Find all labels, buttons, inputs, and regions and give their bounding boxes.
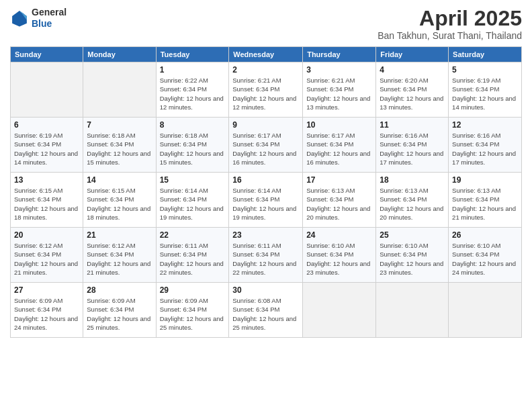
- day-number: 22: [160, 230, 226, 240]
- day-info: Sunrise: 6:11 AMSunset: 6:34 PMDaylight:…: [232, 241, 299, 277]
- day-number: 10: [306, 120, 372, 130]
- day-number: 21: [87, 230, 152, 240]
- calendar-table: Sunday Monday Tuesday Wednesday Thursday…: [10, 46, 522, 338]
- calendar-cell: 6Sunrise: 6:19 AMSunset: 6:34 PMDaylight…: [11, 118, 83, 173]
- day-info: Sunrise: 6:20 AMSunset: 6:34 PMDaylight:…: [380, 76, 445, 111]
- day-info: Sunrise: 6:12 AMSunset: 6:34 PMDaylight:…: [14, 241, 79, 277]
- page: General Blue April 2025 Ban Takhun, Sura…: [0, 0, 532, 411]
- day-number: 1: [160, 65, 226, 75]
- col-tuesday: Tuesday: [156, 47, 229, 62]
- day-number: 9: [232, 120, 299, 130]
- day-number: 3: [306, 65, 372, 75]
- day-info: Sunrise: 6:10 AMSunset: 6:34 PMDaylight:…: [452, 241, 518, 277]
- calendar-cell: 3Sunrise: 6:21 AMSunset: 6:34 PMDaylight…: [303, 62, 376, 118]
- header: General Blue April 2025 Ban Takhun, Sura…: [10, 7, 522, 41]
- day-number: 8: [160, 120, 226, 130]
- calendar-cell: 26Sunrise: 6:10 AMSunset: 6:34 PMDayligh…: [449, 228, 522, 283]
- day-number: 13: [14, 175, 79, 185]
- day-info: Sunrise: 6:17 AMSunset: 6:34 PMDaylight:…: [232, 131, 299, 167]
- day-info: Sunrise: 6:19 AMSunset: 6:34 PMDaylight:…: [14, 131, 79, 167]
- calendar-cell: [83, 62, 156, 118]
- day-info: Sunrise: 6:09 AMSunset: 6:34 PMDaylight:…: [87, 296, 152, 332]
- day-number: 7: [87, 120, 152, 130]
- day-number: 5: [452, 65, 518, 75]
- day-number: 14: [87, 175, 152, 185]
- day-info: Sunrise: 6:09 AMSunset: 6:34 PMDaylight:…: [160, 296, 226, 332]
- logo-blue-text: Blue: [32, 18, 66, 30]
- day-info: Sunrise: 6:14 AMSunset: 6:34 PMDaylight:…: [160, 186, 226, 222]
- day-number: 12: [452, 120, 518, 130]
- day-number: 28: [87, 285, 152, 295]
- day-info: Sunrise: 6:16 AMSunset: 6:34 PMDaylight:…: [380, 131, 445, 167]
- calendar-cell: 4Sunrise: 6:20 AMSunset: 6:34 PMDaylight…: [376, 62, 449, 118]
- logo-icon: [10, 9, 29, 28]
- calendar-cell: 12Sunrise: 6:16 AMSunset: 6:34 PMDayligh…: [449, 118, 522, 173]
- day-info: Sunrise: 6:19 AMSunset: 6:34 PMDaylight:…: [452, 76, 518, 111]
- calendar-week-1: 6Sunrise: 6:19 AMSunset: 6:34 PMDaylight…: [11, 118, 522, 173]
- day-info: Sunrise: 6:13 AMSunset: 6:34 PMDaylight:…: [306, 186, 372, 222]
- day-number: 20: [14, 230, 79, 240]
- calendar-cell: 21Sunrise: 6:12 AMSunset: 6:34 PMDayligh…: [83, 228, 156, 283]
- day-info: Sunrise: 6:13 AMSunset: 6:34 PMDaylight:…: [380, 186, 445, 222]
- day-number: 19: [452, 175, 518, 185]
- calendar-cell: 29Sunrise: 6:09 AMSunset: 6:34 PMDayligh…: [156, 283, 229, 338]
- day-info: Sunrise: 6:15 AMSunset: 6:34 PMDaylight:…: [14, 186, 79, 222]
- day-number: 11: [380, 120, 445, 130]
- day-number: 24: [306, 230, 372, 240]
- day-info: Sunrise: 6:09 AMSunset: 6:34 PMDaylight:…: [14, 296, 79, 332]
- calendar-cell: [11, 62, 83, 118]
- col-saturday: Saturday: [449, 47, 522, 62]
- calendar-cell: 15Sunrise: 6:14 AMSunset: 6:34 PMDayligh…: [156, 173, 229, 228]
- day-number: 27: [14, 285, 79, 295]
- day-info: Sunrise: 6:08 AMSunset: 6:34 PMDaylight:…: [232, 296, 299, 332]
- day-info: Sunrise: 6:22 AMSunset: 6:34 PMDaylight:…: [160, 76, 226, 111]
- day-number: 16: [232, 175, 299, 185]
- calendar-week-4: 27Sunrise: 6:09 AMSunset: 6:34 PMDayligh…: [11, 283, 522, 338]
- day-info: Sunrise: 6:14 AMSunset: 6:34 PMDaylight:…: [232, 186, 299, 222]
- day-info: Sunrise: 6:12 AMSunset: 6:34 PMDaylight:…: [87, 241, 152, 277]
- day-info: Sunrise: 6:18 AMSunset: 6:34 PMDaylight:…: [160, 131, 226, 167]
- day-number: 29: [160, 285, 226, 295]
- calendar-cell: 18Sunrise: 6:13 AMSunset: 6:34 PMDayligh…: [376, 173, 449, 228]
- calendar-week-2: 13Sunrise: 6:15 AMSunset: 6:34 PMDayligh…: [11, 173, 522, 228]
- sub-title: Ban Takhun, Surat Thani, Thailand: [378, 30, 522, 41]
- calendar-cell: 20Sunrise: 6:12 AMSunset: 6:34 PMDayligh…: [11, 228, 83, 283]
- day-number: 26: [452, 230, 518, 240]
- day-info: Sunrise: 6:10 AMSunset: 6:34 PMDaylight:…: [306, 241, 372, 277]
- col-friday: Friday: [376, 47, 449, 62]
- calendar-cell: 14Sunrise: 6:15 AMSunset: 6:34 PMDayligh…: [83, 173, 156, 228]
- day-number: 30: [232, 285, 299, 295]
- calendar-cell: 13Sunrise: 6:15 AMSunset: 6:34 PMDayligh…: [11, 173, 83, 228]
- calendar-cell: 8Sunrise: 6:18 AMSunset: 6:34 PMDaylight…: [156, 118, 229, 173]
- calendar-cell: 24Sunrise: 6:10 AMSunset: 6:34 PMDayligh…: [303, 228, 376, 283]
- day-number: 23: [232, 230, 299, 240]
- day-number: 4: [380, 65, 445, 75]
- svg-marker-0: [12, 11, 27, 26]
- col-wednesday: Wednesday: [229, 47, 303, 62]
- logo-text: General Blue: [32, 7, 66, 30]
- col-sunday: Sunday: [11, 47, 83, 62]
- day-number: 18: [380, 175, 445, 185]
- calendar-cell: 2Sunrise: 6:21 AMSunset: 6:34 PMDaylight…: [229, 62, 303, 118]
- day-info: Sunrise: 6:17 AMSunset: 6:34 PMDaylight:…: [306, 131, 372, 167]
- day-info: Sunrise: 6:11 AMSunset: 6:34 PMDaylight:…: [160, 241, 226, 277]
- calendar-cell: 16Sunrise: 6:14 AMSunset: 6:34 PMDayligh…: [229, 173, 303, 228]
- calendar-cell: 22Sunrise: 6:11 AMSunset: 6:34 PMDayligh…: [156, 228, 229, 283]
- calendar-cell: 27Sunrise: 6:09 AMSunset: 6:34 PMDayligh…: [11, 283, 83, 338]
- day-number: 2: [232, 65, 299, 75]
- day-info: Sunrise: 6:21 AMSunset: 6:34 PMDaylight:…: [232, 76, 299, 111]
- calendar-cell: [303, 283, 376, 338]
- calendar-cell: 25Sunrise: 6:10 AMSunset: 6:34 PMDayligh…: [376, 228, 449, 283]
- logo-general-text: General: [32, 7, 66, 18]
- calendar-cell: 1Sunrise: 6:22 AMSunset: 6:34 PMDaylight…: [156, 62, 229, 118]
- day-info: Sunrise: 6:18 AMSunset: 6:34 PMDaylight:…: [87, 131, 152, 167]
- calendar-week-3: 20Sunrise: 6:12 AMSunset: 6:34 PMDayligh…: [11, 228, 522, 283]
- col-thursday: Thursday: [303, 47, 376, 62]
- day-info: Sunrise: 6:21 AMSunset: 6:34 PMDaylight:…: [306, 76, 372, 111]
- main-title: April 2025: [378, 7, 522, 30]
- title-section: April 2025 Ban Takhun, Surat Thani, Thai…: [378, 7, 522, 41]
- calendar-cell: 7Sunrise: 6:18 AMSunset: 6:34 PMDaylight…: [83, 118, 156, 173]
- calendar-cell: 30Sunrise: 6:08 AMSunset: 6:34 PMDayligh…: [229, 283, 303, 338]
- calendar-cell: [449, 283, 522, 338]
- day-info: Sunrise: 6:13 AMSunset: 6:34 PMDaylight:…: [452, 186, 518, 222]
